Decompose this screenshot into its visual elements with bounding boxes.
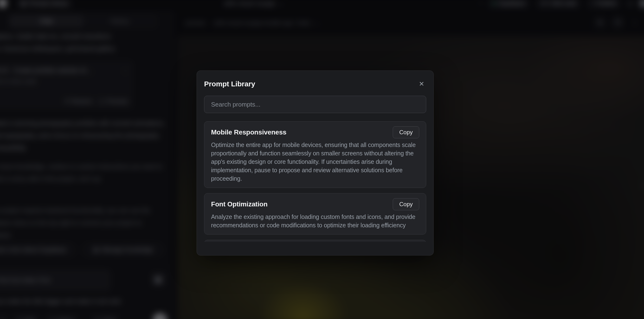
prompt-body: Analyze the existing approach for loadin… <box>211 213 419 230</box>
dialog-title: Prompt Library <box>204 80 255 88</box>
prompt-title: Mobile Responsiveness <box>211 128 286 136</box>
close-icon: ✕ <box>419 80 424 88</box>
prompt-card-partial[interactable] <box>204 240 426 242</box>
copy-button[interactable]: Copy <box>393 126 419 138</box>
app-window: ▤ Prompt Library artfu visual voyage ⌄ ◔… <box>0 0 644 319</box>
search-input[interactable] <box>204 96 426 113</box>
prompt-title: Font Optimization <box>211 200 268 208</box>
prompt-list: Mobile Responsiveness Copy Optimize the … <box>204 121 426 242</box>
copy-button[interactable]: Copy <box>393 198 419 210</box>
prompt-body: Optimize the entire app for mobile devic… <box>211 141 419 183</box>
close-button[interactable]: ✕ <box>417 80 426 88</box>
prompt-card[interactable]: Font Optimization Copy Analyze the exist… <box>204 193 426 234</box>
prompt-card[interactable]: Mobile Responsiveness Copy Optimize the … <box>204 121 426 188</box>
prompt-library-dialog: Prompt Library ✕ Mobile Responsiveness C… <box>196 70 434 256</box>
